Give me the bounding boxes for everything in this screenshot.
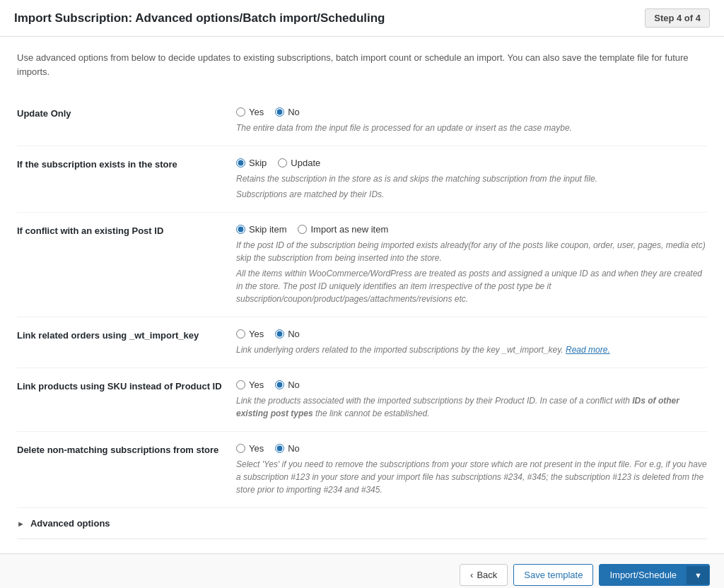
link-sku-radio-group: Yes No — [236, 380, 707, 390]
advanced-options-section: ► Advanced options — [17, 508, 707, 539]
import-schedule-button[interactable]: Import/Schedule ▼ — [599, 564, 710, 586]
link-sku-desc-normal: Link the products associated with the im… — [236, 396, 632, 406]
option-update-only-label: Update Only — [17, 107, 236, 119]
link-key-read-more[interactable]: Read more. — [566, 345, 610, 355]
delete-yes-input[interactable] — [236, 444, 245, 453]
link-sku-yes-label: Yes — [249, 380, 264, 390]
page-header: Import Subscription: Advanced options/Ba… — [0, 0, 724, 37]
import-schedule-main[interactable]: Import/Schedule — [600, 565, 687, 585]
exists-update-label: Update — [291, 158, 320, 168]
exists-update-radio[interactable]: Update — [278, 158, 320, 168]
delete-yes-label: Yes — [249, 443, 264, 454]
delete-yes-radio[interactable]: Yes — [236, 443, 264, 454]
page-wrapper: Import Subscription: Advanced options/Ba… — [0, 0, 724, 588]
update-only-yes-input[interactable] — [236, 107, 245, 117]
link-sku-no-label: No — [288, 380, 300, 390]
update-only-no-input[interactable] — [275, 107, 284, 117]
delete-desc: Select 'Yes' if you need to remove the s… — [236, 458, 707, 496]
update-only-no-label: No — [288, 107, 300, 117]
option-delete-controls: Yes No Select 'Yes' if you need to remov… — [236, 443, 707, 496]
link-key-no-radio[interactable]: No — [275, 329, 300, 339]
option-link-sku-controls: Yes No Link the products associated with… — [236, 380, 707, 420]
conflict-skip-input[interactable] — [236, 225, 245, 234]
save-template-button[interactable]: Save template — [513, 564, 593, 586]
option-conflict-controls: Skip item Import as new item If the post… — [236, 224, 707, 305]
back-arrow-icon: ‹ — [470, 570, 473, 580]
conflict-import-radio[interactable]: Import as new item — [298, 224, 388, 235]
update-only-yes-label: Yes — [249, 107, 264, 117]
link-sku-yes-input[interactable] — [236, 380, 245, 389]
exists-desc1: Retains the subscription in the store as… — [236, 172, 707, 185]
option-subscription-exists-controls: Skip Update Retains the subscription in … — [236, 158, 707, 201]
option-subscription-exists: If the subscription exists in the store … — [17, 146, 707, 213]
update-only-yes-radio[interactable]: Yes — [236, 107, 264, 117]
link-sku-no-radio[interactable]: No — [275, 380, 300, 390]
link-sku-no-input[interactable] — [275, 380, 284, 389]
conflict-import-input[interactable] — [298, 225, 307, 234]
conflict-radio-group: Skip item Import as new item — [236, 224, 707, 235]
option-update-only: Update Only Yes No The entire data from … — [17, 95, 707, 146]
link-sku-yes-radio[interactable]: Yes — [236, 380, 264, 390]
link-key-no-label: No — [288, 329, 300, 339]
delete-no-radio[interactable]: No — [275, 443, 300, 454]
link-key-no-input[interactable] — [275, 329, 284, 339]
intro-text: Use advanced options from below to decid… — [17, 51, 707, 78]
option-link-key-controls: Yes No Link underlying orders related to… — [236, 329, 707, 356]
exists-skip-label: Skip — [249, 158, 267, 168]
link-key-desc: Link underlying orders related to the im… — [236, 343, 707, 356]
delete-radio-group: Yes No — [236, 443, 707, 454]
delete-no-label: No — [288, 443, 300, 454]
advanced-options-toggle[interactable]: ► Advanced options — [17, 518, 707, 529]
option-link-sku-label: Link products using SKU instead of Produ… — [17, 380, 236, 392]
option-delete-label: Delete non-matching subscriptions from s… — [17, 443, 236, 455]
link-key-yes-input[interactable] — [236, 329, 245, 339]
link-key-yes-radio[interactable]: Yes — [236, 329, 264, 339]
option-update-only-controls: Yes No The entire data from the input fi… — [236, 107, 707, 134]
link-key-desc-text: Link underlying orders related to the im… — [236, 345, 564, 355]
subscription-exists-radio-group: Skip Update — [236, 158, 707, 168]
exists-desc2: Subscriptions are matched by their IDs. — [236, 188, 707, 201]
page-footer: ‹ Back Save template Import/Schedule ▼ — [0, 553, 724, 588]
conflict-skip-label: Skip item — [249, 224, 286, 235]
update-only-radio-group: Yes No — [236, 107, 707, 117]
conflict-import-label: Import as new item — [310, 224, 388, 235]
update-only-no-radio[interactable]: No — [275, 107, 300, 117]
save-template-label: Save template — [524, 570, 583, 580]
delete-no-input[interactable] — [275, 444, 284, 453]
exists-update-input[interactable] — [278, 158, 287, 167]
option-conflict-label: If conflict with an existing Post ID — [17, 224, 236, 236]
option-subscription-exists-label: If the subscription exists in the store — [17, 158, 236, 170]
back-label: Back — [477, 570, 497, 580]
option-link-import-key: Link related orders using _wt_import_key… — [17, 317, 707, 368]
conflict-desc2: All the items within WooCommerce/WordPre… — [236, 267, 707, 305]
exists-skip-radio[interactable]: Skip — [236, 158, 267, 168]
option-link-key-label: Link related orders using _wt_import_key — [17, 329, 236, 341]
chevron-right-icon: ► — [17, 519, 25, 528]
link-sku-desc-after: the link cannot be established. — [313, 408, 430, 418]
advanced-options-label: Advanced options — [30, 518, 110, 529]
conflict-skip-radio[interactable]: Skip item — [236, 224, 286, 235]
back-button[interactable]: ‹ Back — [460, 564, 508, 586]
option-link-sku: Link products using SKU instead of Produ… — [17, 368, 707, 432]
step-badge: Step 4 of 4 — [645, 8, 710, 28]
page-title: Import Subscription: Advanced options/Ba… — [14, 11, 385, 25]
link-key-yes-label: Yes — [249, 329, 264, 339]
exists-skip-input[interactable] — [236, 158, 245, 167]
link-sku-desc: Link the products associated with the im… — [236, 394, 707, 420]
option-conflict-post-id: If conflict with an existing Post ID Ski… — [17, 213, 707, 317]
link-key-radio-group: Yes No — [236, 329, 707, 339]
update-only-desc: The entire data from the input file is p… — [236, 122, 707, 134]
import-schedule-dropdown-arrow[interactable]: ▼ — [687, 566, 709, 584]
main-content: Use advanced options from below to decid… — [0, 37, 724, 553]
conflict-desc1: If the post ID of the subscription being… — [236, 239, 707, 264]
option-delete-non-matching: Delete non-matching subscriptions from s… — [17, 432, 707, 508]
